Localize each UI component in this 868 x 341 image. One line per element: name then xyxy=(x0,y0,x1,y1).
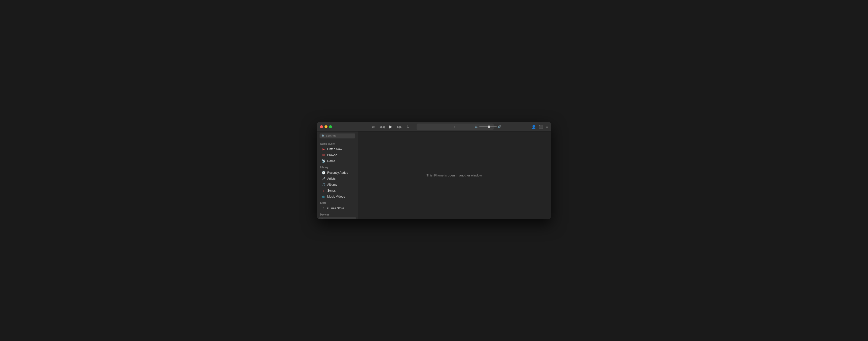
sidebar-search-container: 🔍 Search xyxy=(317,132,358,140)
songs-label: Songs xyxy=(327,189,336,192)
browse-label: Browse xyxy=(327,154,337,157)
sidebar-item-browse[interactable]: ⊞ Browse xyxy=(318,152,356,158)
sidebar-item-albums[interactable]: 🎵 Albums xyxy=(318,182,356,187)
sidebar: 🔍 Search Apple Music ▶ Listen Now ⊞ Brow… xyxy=(317,132,358,219)
sidebar-item-music-videos[interactable]: 📺 Music Videos xyxy=(318,194,356,199)
sidebar-item-radio[interactable]: 📡 Radio xyxy=(318,158,356,164)
music-videos-icon: 📺 xyxy=(321,195,326,198)
volume-low-icon: 🔈 xyxy=(475,125,478,128)
main-message: This iPhone is open in another window. xyxy=(427,173,483,177)
devices-section-label: Devices xyxy=(317,211,358,217)
minimize-button[interactable] xyxy=(324,125,328,128)
airplay-icon[interactable]: ⬛ xyxy=(539,125,543,129)
sidebar-item-recently-added[interactable]: 🕐 Recently Added xyxy=(318,170,356,175)
recently-added-label: Recently Added xyxy=(327,171,348,174)
music-note-icon: ♪ xyxy=(454,125,455,129)
account-icon[interactable]: 👤 xyxy=(532,125,536,129)
sidebar-item-songs[interactable]: ♪ Songs xyxy=(318,188,356,193)
repeat-button[interactable]: ↻ xyxy=(407,125,410,129)
songs-icon: ♪ xyxy=(321,189,326,192)
library-section-label: Library xyxy=(317,164,358,170)
search-placeholder: Search xyxy=(326,134,336,138)
traffic-lights xyxy=(317,125,332,128)
close-button[interactable] xyxy=(320,125,323,128)
volume-control[interactable]: 🔈 🔊 xyxy=(475,125,501,128)
sidebar-item-itunes-store[interactable]: ☆ iTunes Store xyxy=(318,206,356,211)
title-bar-right: 👤 ⬛ ≡ xyxy=(532,125,548,129)
device-left: 📱 iPhone xyxy=(320,218,335,219)
store-section-label: Store xyxy=(317,200,358,205)
apple-music-section-label: Apple Music xyxy=(317,140,358,146)
volume-thumb xyxy=(488,126,490,128)
recently-added-icon: 🕐 xyxy=(321,171,326,174)
sidebar-item-artists[interactable]: 🎤 Artists xyxy=(318,176,356,181)
albums-label: Albums xyxy=(327,183,337,186)
artists-label: Artists xyxy=(327,177,336,180)
sidebar-item-listen-now[interactable]: ▶ Listen Now xyxy=(318,146,356,152)
prev-button[interactable]: ◀◀ xyxy=(379,125,385,129)
search-box[interactable]: 🔍 Search xyxy=(319,133,355,138)
queue-icon[interactable]: ≡ xyxy=(546,125,548,129)
listen-now-label: Listen Now xyxy=(327,147,342,151)
radio-icon: 📡 xyxy=(321,159,326,163)
itunes-store-icon: ☆ xyxy=(321,207,326,210)
search-icon: 🔍 xyxy=(321,134,325,138)
app-window: ⇄ ◀◀ ▶ ▶▶ ↻ ♪ 🔈 🔊 👤 ⬛ ≡ xyxy=(317,122,551,219)
volume-slider[interactable] xyxy=(479,126,497,127)
sidebar-item-iphone[interactable]: 📱 iPhone ✦ xyxy=(318,217,356,219)
volume-high-icon: 🔊 xyxy=(498,125,501,128)
maximize-button[interactable] xyxy=(329,125,332,128)
title-bar: ⇄ ◀◀ ▶ ▶▶ ↻ ♪ 🔈 🔊 👤 ⬛ ≡ xyxy=(317,122,551,132)
radio-label: Radio xyxy=(327,159,335,163)
listen-now-icon: ▶ xyxy=(321,147,326,151)
next-button[interactable]: ▶▶ xyxy=(397,125,402,129)
sync-icon: ✦ xyxy=(352,218,354,219)
albums-icon: 🎵 xyxy=(321,183,326,186)
main-panel: This iPhone is open in another window. xyxy=(358,132,551,219)
iphone-label: iPhone xyxy=(326,218,335,219)
shuffle-button[interactable]: ⇄ xyxy=(372,125,375,129)
music-videos-label: Music Videos xyxy=(327,195,345,198)
player-controls: ⇄ ◀◀ ▶ ▶▶ ↻ xyxy=(372,124,410,129)
main-content: 🔍 Search Apple Music ▶ Listen Now ⊞ Brow… xyxy=(317,132,551,219)
browse-icon: ⊞ xyxy=(321,154,326,157)
play-button[interactable]: ▶ xyxy=(389,124,392,129)
artists-icon: 🎤 xyxy=(321,177,326,180)
itunes-store-label: iTunes Store xyxy=(327,207,344,210)
iphone-icon: 📱 xyxy=(320,218,324,219)
